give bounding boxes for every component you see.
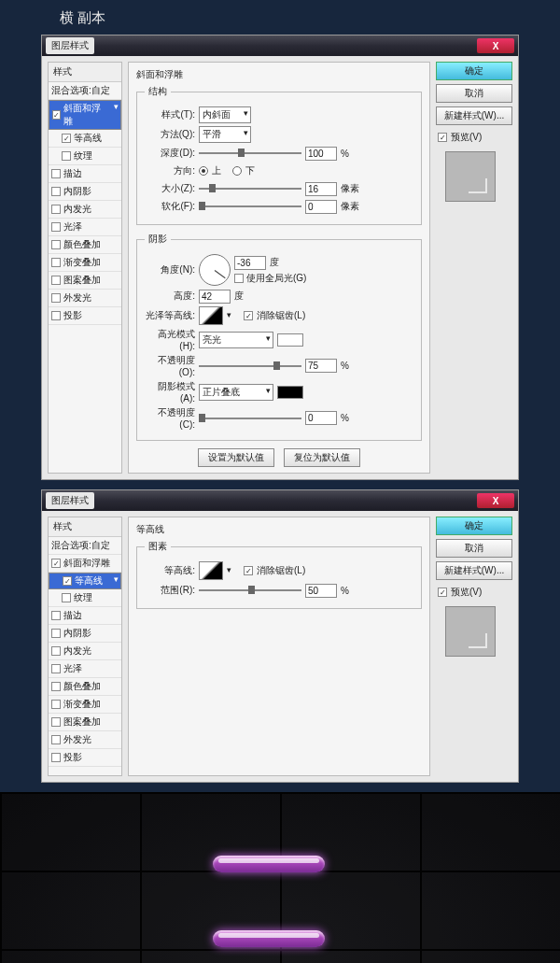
cancel-button[interactable]: 取消 xyxy=(436,539,512,558)
new-style-button[interactable]: 新建样式(W)... xyxy=(436,106,512,125)
close-button[interactable]: X xyxy=(477,38,514,53)
stroke-row[interactable]: 描边 xyxy=(49,165,121,183)
shadow-opacity-slider[interactable] xyxy=(199,418,301,419)
depth-input[interactable]: 100 xyxy=(305,147,337,161)
shadow-color-swatch[interactable] xyxy=(277,386,303,399)
reset-default-button[interactable]: 复位为默认值 xyxy=(284,448,360,467)
close-button[interactable]: X xyxy=(477,493,514,508)
angle-input[interactable]: -36 xyxy=(234,256,266,270)
contour-checkbox[interactable]: ✓ xyxy=(62,134,71,143)
angle-dial[interactable] xyxy=(199,254,231,286)
contour-checkbox[interactable]: ✓ xyxy=(63,576,72,586)
dialog-title: 图层样式 xyxy=(46,37,94,54)
drop-shadow-row[interactable]: 投影 xyxy=(49,749,121,767)
inner-shadow-row[interactable]: 内阴影 xyxy=(49,625,121,643)
color-overlay-row[interactable]: 颜色叠加 xyxy=(49,678,121,696)
pattern-overlay-row[interactable]: 图案叠加 xyxy=(49,272,121,290)
inner-glow-checkbox[interactable] xyxy=(51,205,61,214)
gradient-overlay-checkbox[interactable] xyxy=(51,700,61,709)
antialias-checkbox[interactable]: ✓ xyxy=(244,311,253,320)
gradient-overlay-row[interactable]: 渐变叠加 xyxy=(49,696,121,714)
preview-checkbox[interactable]: ✓ xyxy=(438,133,447,142)
inner-shadow-checkbox[interactable] xyxy=(51,629,61,638)
shadow-opacity-unit: % xyxy=(341,413,349,423)
size-slider[interactable] xyxy=(199,188,301,190)
highlight-color-swatch[interactable] xyxy=(277,333,303,347)
outer-glow-row[interactable]: 外发光 xyxy=(49,290,121,307)
global-light-checkbox[interactable] xyxy=(234,274,244,283)
soften-slider[interactable] xyxy=(199,205,301,207)
pattern-overlay-checkbox[interactable] xyxy=(51,717,61,727)
soften-input[interactable]: 0 xyxy=(305,200,337,214)
shadow-mode-select[interactable]: 正片叠底 xyxy=(199,384,273,401)
drop-shadow-row[interactable]: 投影 xyxy=(49,307,121,325)
bevel-checkbox[interactable]: ✓ xyxy=(52,110,61,120)
ok-button[interactable]: 确定 xyxy=(436,62,512,80)
inner-glow-row[interactable]: 内发光 xyxy=(49,201,121,219)
texture-checkbox[interactable] xyxy=(62,151,71,161)
outer-glow-checkbox[interactable] xyxy=(51,293,61,303)
satin-row[interactable]: 光泽 xyxy=(49,219,121,236)
ok-button[interactable]: 确定 xyxy=(436,517,512,535)
highlight-opacity-slider[interactable] xyxy=(199,365,301,367)
dir-up-radio[interactable] xyxy=(199,166,208,176)
drop-shadow-checkbox[interactable] xyxy=(51,753,61,762)
blend-options-row[interactable]: 混合选项:自定 xyxy=(49,82,121,100)
styles-list: 样式 混合选项:自定 ✓斜面和浮雕 ✓等高线 纹理 描边 内阴影 内发光 光泽 … xyxy=(48,517,122,776)
texture-checkbox[interactable] xyxy=(62,593,71,602)
inner-shadow-checkbox[interactable] xyxy=(51,187,61,196)
titlebar[interactable]: 图层样式 X xyxy=(42,35,518,56)
color-overlay-checkbox[interactable] xyxy=(51,240,61,249)
range-input[interactable]: 50 xyxy=(305,584,337,598)
shadow-opacity-input[interactable]: 0 xyxy=(305,411,337,425)
pattern-overlay-row[interactable]: 图案叠加 xyxy=(49,714,121,731)
altitude-label: 高度: xyxy=(145,290,195,303)
gloss-contour-picker[interactable] xyxy=(199,306,223,325)
inner-shadow-row[interactable]: 内阴影 xyxy=(49,183,121,201)
color-overlay-row[interactable]: 颜色叠加 xyxy=(49,236,121,254)
texture-row[interactable]: 纹理 xyxy=(49,589,121,607)
make-default-button[interactable]: 设置为默认值 xyxy=(198,448,274,467)
outer-glow-row[interactable]: 外发光 xyxy=(49,731,121,749)
blend-options-row[interactable]: 混合选项:自定 xyxy=(49,537,121,555)
inner-glow-row[interactable]: 内发光 xyxy=(49,643,121,660)
texture-row[interactable]: 纹理 xyxy=(49,148,121,165)
antialias-label: 消除锯齿(L) xyxy=(257,309,305,322)
preview-checkbox[interactable]: ✓ xyxy=(438,588,447,597)
outer-glow-checkbox[interactable] xyxy=(51,735,61,744)
antialias-checkbox[interactable]: ✓ xyxy=(244,566,253,575)
cancel-button[interactable]: 取消 xyxy=(436,84,512,103)
satin-row[interactable]: 光泽 xyxy=(49,660,121,678)
style-select[interactable]: 内斜面 xyxy=(199,106,251,123)
bevel-row[interactable]: ✓斜面和浮雕 xyxy=(49,100,121,130)
gradient-overlay-row[interactable]: 渐变叠加 xyxy=(49,254,121,272)
satin-checkbox[interactable] xyxy=(51,664,61,673)
altitude-input[interactable]: 42 xyxy=(199,290,231,304)
color-overlay-checkbox[interactable] xyxy=(51,682,61,691)
new-style-button[interactable]: 新建样式(W)... xyxy=(436,561,512,580)
bevel-row[interactable]: ✓斜面和浮雕 xyxy=(49,555,121,573)
angle-unit: 度 xyxy=(270,256,279,269)
gradient-overlay-checkbox[interactable] xyxy=(51,258,61,267)
depth-slider[interactable] xyxy=(199,152,301,154)
highlight-mode-select[interactable]: 亮光 xyxy=(199,332,273,348)
bevel-checkbox[interactable]: ✓ xyxy=(51,559,61,568)
contour-row[interactable]: ✓等高线 xyxy=(49,130,121,148)
dir-down-radio[interactable] xyxy=(232,166,242,176)
stroke-checkbox[interactable] xyxy=(51,169,61,178)
size-input[interactable]: 16 xyxy=(305,182,337,196)
pattern-overlay-checkbox[interactable] xyxy=(51,276,61,285)
highlight-opacity-input[interactable]: 75 xyxy=(305,359,337,373)
stroke-checkbox[interactable] xyxy=(51,611,61,620)
main-panel: 等高线 图素 等高线:✓消除锯齿(L) 范围(R):50% xyxy=(128,517,430,776)
satin-checkbox[interactable] xyxy=(51,222,61,232)
inner-glow-checkbox[interactable] xyxy=(51,646,61,656)
technique-select[interactable]: 平滑 xyxy=(199,126,251,143)
stroke-row[interactable]: 描边 xyxy=(49,607,121,625)
titlebar[interactable]: 图层样式 X xyxy=(42,490,518,511)
drop-shadow-checkbox[interactable] xyxy=(51,311,61,320)
range-slider[interactable] xyxy=(199,589,301,591)
contour-picker[interactable] xyxy=(199,561,223,580)
range-label: 范围(R): xyxy=(145,584,195,597)
contour-row[interactable]: ✓等高线 xyxy=(49,573,121,589)
